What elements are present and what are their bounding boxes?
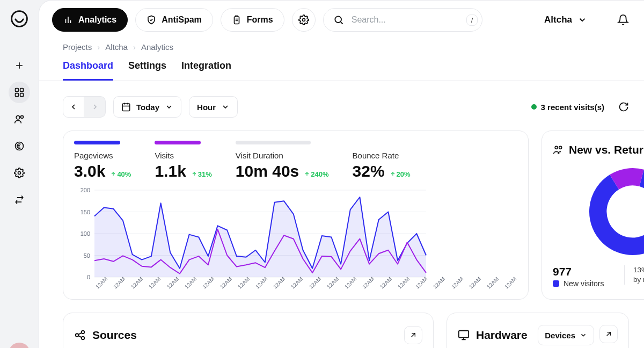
svg-rect-4 [20,93,24,97]
compare-users-icon [553,144,564,155]
x-tick-label: 12AM [503,276,517,290]
expand-button[interactable] [599,325,618,343]
crumb-projects[interactable]: Projects [63,42,92,52]
metric-value: 10m 40s [236,162,299,180]
chip-label: Devices [545,331,575,340]
metric-delta: 31% [192,170,212,178]
metric-value: 32% [353,162,385,180]
svg-point-26 [82,331,85,334]
rail-billing-button[interactable] [9,135,30,157]
svg-text:100: 100 [80,230,90,237]
card-title: Sources [92,329,137,342]
svg-point-0 [12,11,27,27]
new-visitors-count: 977 [553,265,604,278]
workspace-name: Altcha [544,15,572,25]
swap-icon [14,194,25,205]
tab-dashboard[interactable]: Dashboard [63,60,113,81]
donut-chart [584,163,644,260]
chevron-down-icon [165,103,173,111]
share-nodes-icon [74,329,86,341]
refresh-icon[interactable] [618,102,629,112]
workspace-switcher[interactable]: Altcha [544,15,587,25]
euro-icon [14,141,25,151]
arrow-up-icon [304,171,310,177]
metric-bounce[interactable]: Bounce Rate32%20% [353,141,411,180]
nav-label: AntiSpam [162,15,202,25]
left-rail: Ge [0,0,39,348]
metric-delta: 20% [390,170,411,178]
x-tick-label: 12AM [432,276,446,290]
user-avatar[interactable]: Ge [9,343,30,348]
metric-visits[interactable]: Visits1.1k31% [155,141,211,180]
chevron-right-icon: › [133,42,136,52]
prev-range-button[interactable] [63,96,84,118]
rail-add-button[interactable] [9,55,30,76]
svg-rect-2 [20,89,24,92]
chevron-down-icon [577,15,587,25]
svg-text:150: 150 [80,209,90,215]
svg-rect-12 [122,104,130,111]
toolbar: Today Hour 3 recent visits(s) [63,96,629,118]
expand-button[interactable] [404,326,422,344]
chevron-down-icon [221,103,230,111]
x-tick-label: 12AM [486,276,500,290]
nav-label: Forms [247,15,273,25]
date-range-select[interactable]: Today [113,96,181,118]
nav-analytics[interactable]: Analytics [52,8,128,32]
chevron-down-icon [580,331,587,339]
tab-integration[interactable]: Integration [181,60,231,81]
metric-delta: 40% [111,170,131,178]
status-text: 3 recent visits(s) [541,103,604,112]
top-header: AnalyticsAntiSpamForms / Altcha [39,1,644,32]
notifications-icon[interactable] [617,14,629,26]
x-tick-label: 12AM [450,276,464,290]
returning-note: 13% of visits are made by returning visi… [624,265,644,285]
traffic-chart: 050100150200 [74,187,428,284]
gear-icon [14,168,25,178]
users-icon [14,114,25,125]
arrow-up-icon [390,171,396,177]
main-area: AnalyticsAntiSpamForms / Altcha Projects… [39,0,644,348]
metric-label: Visit Duration [236,151,329,160]
svg-point-8 [18,172,21,175]
chevron-right-icon [91,103,99,111]
svg-point-10 [302,19,305,21]
svg-point-11 [335,16,341,23]
rail-settings-button[interactable] [9,162,30,184]
monitor-icon [458,329,470,341]
new-vs-returning-card: New vs. Returning 977 New visitors 13% o… [541,130,644,300]
chevron-right-icon: › [97,42,100,52]
crumb-altcha[interactable]: Altcha [105,42,128,52]
tab-settings[interactable]: Settings [128,60,166,81]
plus-icon [14,60,25,71]
rail-grid-button[interactable] [9,82,30,103]
nav-antispam[interactable]: AntiSpam [135,8,213,32]
metric-indicator [74,141,120,144]
svg-point-5 [16,115,20,119]
next-range-button [84,96,106,118]
header-settings-button[interactable] [292,8,316,32]
metric-pageviews[interactable]: Pageviews3.0k40% [74,141,131,180]
granularity-select[interactable]: Hour [189,96,238,118]
metrics-card: Pageviews3.0k40%Visits1.1k31%Visit Durat… [63,130,529,300]
search-bar[interactable]: / [323,8,483,32]
chevron-left-icon [69,103,78,111]
expand-icon [604,330,613,338]
svg-rect-3 [16,93,19,97]
search-input[interactable] [350,15,460,25]
rail-users-button[interactable] [9,108,30,130]
new-visitors-label: New visitors [564,279,604,288]
metric-label: Visits [155,151,211,160]
rail-transfer-button[interactable] [9,189,30,211]
bars-icon [63,15,73,25]
hardware-filter[interactable]: Devices [538,325,594,345]
metric-label: Pageviews [74,151,131,160]
metric-value: 1.1k [155,162,186,180]
svg-point-6 [21,115,24,118]
arrow-up-icon [192,171,197,177]
metric-duration[interactable]: Visit Duration10m 40s240% [236,141,329,180]
metric-value: 3.0k [74,162,105,180]
shield-icon [147,15,156,25]
hardware-card: Hardware Devices [447,313,629,348]
nav-forms[interactable]: Forms [221,8,284,32]
